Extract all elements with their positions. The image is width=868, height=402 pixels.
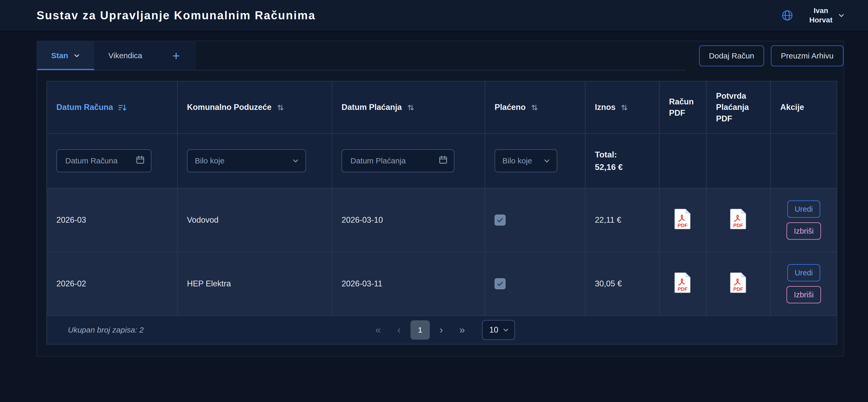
page-size-select[interactable]: 10: [482, 320, 515, 340]
plus-icon: +: [173, 49, 180, 63]
svg-text:PDF: PDF: [678, 223, 687, 228]
placeno-checkbox[interactable]: [495, 278, 505, 289]
column-header-datum-placanja[interactable]: Datum Plaćanja: [332, 81, 485, 133]
chevron-down-icon: [543, 157, 551, 164]
edit-button[interactable]: Uredi: [787, 264, 820, 281]
user-menu[interactable]: Ivan Horvat: [809, 6, 845, 25]
racun-pdf-file-icon[interactable]: PDF: [674, 272, 691, 293]
cell-datum-placanja: 2026-03-10: [332, 188, 485, 252]
sort-descending-icon: [118, 103, 127, 112]
cell-iznos: 30,05 €: [585, 252, 659, 316]
column-label: Plaćeno: [495, 101, 526, 113]
svg-text:PDF: PDF: [678, 286, 687, 292]
delete-button[interactable]: Izbriši: [786, 286, 821, 303]
cell-komunalno-poduzece: HEP Elektra: [177, 252, 332, 316]
main-content: Stan Vikendica + Dodaj Račun Preuzmi Arh…: [0, 32, 868, 357]
download-archive-button[interactable]: Preuzmi Arhivu: [771, 45, 843, 66]
column-header-iznos[interactable]: Iznos: [585, 81, 659, 133]
total-amount: Total: 52,16 €: [595, 148, 650, 173]
topbar-actions: Dodaj Račun Preuzmi Arhivu: [685, 41, 843, 70]
app-title: Sustav za Upravljanje Komunalnim Računim…: [36, 9, 315, 22]
sort-icon: [530, 103, 539, 112]
total-value: 52,16 €: [595, 161, 650, 173]
cell-datum-racuna: 2026-02: [47, 252, 177, 316]
column-header-akcije: Akcije: [771, 81, 837, 133]
filter-placeno-select[interactable]: Bilo koje: [495, 149, 557, 172]
next-page-button[interactable]: ›: [432, 320, 451, 339]
tab-stan[interactable]: Stan: [37, 41, 94, 70]
calendar-icon: [439, 155, 447, 166]
chevron-down-icon: [502, 327, 509, 333]
last-page-button[interactable]: »: [453, 320, 472, 339]
content-panel: Stan Vikendica + Dodaj Račun Preuzmi Arh…: [36, 41, 844, 357]
column-label: Komunalno Poduzeće: [187, 101, 272, 113]
edit-button[interactable]: Uredi: [787, 200, 820, 218]
user-name-line2: Horvat: [809, 16, 833, 25]
filter-datum-racuna-input[interactable]: [64, 156, 132, 166]
tab-vikendica[interactable]: Vikendica: [94, 41, 156, 70]
cell-datum-placanja: 2026-03-11: [332, 252, 485, 316]
topbar: Stan Vikendica + Dodaj Račun Preuzmi Arh…: [37, 41, 843, 70]
row-actions: Uredi Izbriši: [780, 264, 827, 303]
column-label: Datum Plaćanja: [342, 101, 402, 113]
column-label: Potvrda Plaćanja PDF: [716, 90, 761, 124]
filter-datum-placanja-input[interactable]: [349, 156, 435, 166]
globe-icon[interactable]: [781, 9, 794, 22]
cell-komunalno-poduzece: Vodovod: [177, 188, 332, 252]
select-value: Bilo koje: [195, 156, 224, 165]
filter-komunalno-poduzece-select[interactable]: Bilo koje: [187, 149, 306, 172]
cell-iznos: 22,11 €: [585, 188, 659, 252]
user-name: Ivan Horvat: [809, 6, 833, 25]
row-actions: Uredi Izbriši: [780, 200, 827, 240]
property-tabs: Stan Vikendica +: [37, 41, 685, 70]
column-header-racun-pdf: Račun PDF: [659, 81, 706, 133]
page-size-value: 10: [489, 325, 498, 335]
column-label: Datum Računa: [56, 101, 113, 113]
column-header-datum-racuna[interactable]: Datum Računa: [47, 81, 177, 133]
filter-datum-placanja[interactable]: [342, 149, 454, 172]
sort-icon: [620, 103, 628, 112]
svg-text:PDF: PDF: [733, 223, 743, 228]
column-header-komunalno-poduzece[interactable]: Komunalno Poduzeće: [177, 81, 332, 133]
chevron-down-icon: [838, 12, 845, 19]
svg-text:PDF: PDF: [733, 286, 743, 292]
sort-icon: [407, 103, 415, 112]
record-count: Ukupan broj zapisa: 2: [68, 326, 144, 334]
placeno-checkbox[interactable]: [495, 215, 505, 225]
invoices-table: Datum Računa Komunalno Poduzeće: [46, 81, 837, 345]
select-value: Bilo koje: [502, 156, 532, 165]
column-header-placeno[interactable]: Plaćeno: [485, 81, 585, 133]
paginator: « ‹ 1 › » 10: [369, 320, 515, 340]
tab-stan-label: Stan: [51, 51, 68, 60]
chevron-down-icon: [292, 157, 299, 164]
column-header-potvrda-pdf: Potvrda Plaćanja PDF: [706, 81, 771, 133]
table-header-row: Datum Računa Komunalno Poduzeće: [47, 81, 837, 133]
racun-pdf-file-icon[interactable]: PDF: [674, 209, 691, 229]
total-label: Total:: [595, 148, 650, 161]
header-right: Ivan Horvat: [781, 6, 845, 25]
column-label: Račun PDF: [669, 96, 697, 119]
sort-icon: [276, 103, 285, 112]
potvrda-pdf-file-icon[interactable]: PDF: [730, 209, 747, 229]
current-page-button[interactable]: 1: [410, 320, 430, 340]
tab-vikendica-label: Vikendica: [108, 51, 142, 60]
user-name-line1: Ivan: [809, 6, 833, 16]
cell-datum-racuna: 2026-03: [47, 188, 177, 252]
table-footer-row: Ukupan broj zapisa: 2 « ‹ 1 › » 10: [47, 316, 837, 344]
column-label: Iznos: [595, 101, 616, 113]
table-filter-row: Bilo koje: [47, 133, 837, 188]
table-row: 2026-03 Vodovod 2026-03-10 22,11 €: [47, 188, 837, 252]
potvrda-pdf-file-icon[interactable]: PDF: [730, 272, 747, 293]
first-page-button[interactable]: «: [369, 320, 388, 339]
add-tab-button[interactable]: +: [156, 41, 196, 70]
delete-button[interactable]: Izbriši: [786, 222, 821, 240]
filter-datum-racuna[interactable]: [56, 149, 151, 172]
column-label: Akcije: [780, 101, 804, 113]
table-row: 2026-02 HEP Elektra 2026-03-11 30,05 €: [47, 252, 837, 316]
previous-page-button[interactable]: ‹: [390, 320, 408, 339]
calendar-icon: [136, 155, 145, 166]
chevron-down-icon: [73, 52, 80, 59]
app-header: Sustav za Upravljanje Komunalnim Računim…: [0, 0, 868, 32]
add-invoice-button[interactable]: Dodaj Račun: [699, 45, 764, 66]
